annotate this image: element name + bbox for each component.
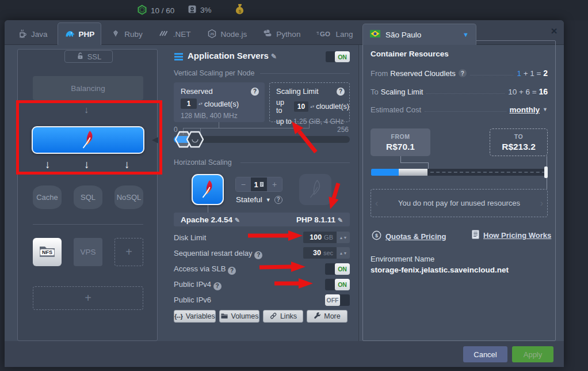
from-price: R$70.1 xyxy=(386,142,415,152)
help-icon[interactable]: ? xyxy=(459,69,467,77)
storage-usage: 3% xyxy=(188,5,212,16)
to-scaling-row: To Scaling Limit 10 + 6 = 16 xyxy=(371,87,548,96)
tab-label: Java xyxy=(31,30,48,39)
scaling-limit-input[interactable]: 10 xyxy=(294,101,309,112)
help-icon[interactable]: ? xyxy=(228,267,236,275)
more-button[interactable]: More xyxy=(307,310,348,323)
edit-icon[interactable]: ✎ xyxy=(338,217,343,224)
to-label: TO xyxy=(514,133,523,140)
tab-java[interactable]: Java xyxy=(12,24,54,44)
divider xyxy=(260,73,350,74)
ruby-icon xyxy=(111,29,120,40)
balancing-node[interactable]: Balancing xyxy=(33,76,143,100)
top-status-bar xyxy=(0,0,588,20)
stepper-arrows[interactable]: ▴▾ xyxy=(198,102,203,105)
help-icon[interactable]: ? xyxy=(337,88,345,96)
decrease-nodes-button[interactable]: − xyxy=(236,177,251,191)
button-label: More xyxy=(324,312,340,320)
node-count-value[interactable]: 1 xyxy=(251,177,268,191)
sql-node-slot[interactable]: SQL xyxy=(74,186,102,209)
dotted-leader xyxy=(426,93,505,94)
scaling-limit-unit: cloudlet(s) xyxy=(316,103,349,111)
php-version[interactable]: PHP 8.1.11 ✎ xyxy=(296,215,343,224)
price-bar-end-marker xyxy=(544,166,548,178)
chevron-down-icon[interactable]: ▼ xyxy=(543,107,548,112)
edit-icon[interactable]: ✎ xyxy=(271,52,277,60)
stepper-arrows[interactable]: ▴▾ xyxy=(310,105,314,108)
cancel-button[interactable]: Cancel xyxy=(463,346,507,362)
cache-node-slot[interactable]: Cache xyxy=(33,186,62,209)
disk-limit-label: Disk Limit xyxy=(174,233,206,242)
chevron-down-icon[interactable]: ▼ xyxy=(463,31,469,38)
disk-icon xyxy=(188,5,197,16)
dotnet-icon xyxy=(159,29,169,40)
reserved-detail: 128 MiB, 400 MHz xyxy=(174,109,265,120)
help-icon[interactable]: ? xyxy=(274,196,282,204)
apache-node-icon-box[interactable] xyxy=(192,174,224,205)
billing-period-dropdown[interactable]: monthly xyxy=(510,105,540,114)
layer-power-toggle[interactable]: ON xyxy=(326,51,350,62)
scaling-mode-dropdown[interactable]: Stateful ▼ ? xyxy=(236,195,282,204)
plus-icon: + xyxy=(85,292,91,305)
tab-label: Python xyxy=(276,30,300,39)
help-icon[interactable]: ? xyxy=(254,251,262,259)
restart-delay-input[interactable]: 30 sec xyxy=(303,247,337,259)
disk-limit-input[interactable]: 100 GB xyxy=(303,232,337,243)
tab-python[interactable]: Python xyxy=(257,24,307,44)
tab-php[interactable]: PHP xyxy=(58,22,102,45)
edit-icon[interactable]: ✎ xyxy=(235,217,240,224)
reserved-unit: cloudlet(s) xyxy=(204,100,239,108)
button-label: Links xyxy=(280,312,297,320)
divider xyxy=(33,224,143,225)
dollar-circle-icon: $ xyxy=(372,230,381,242)
ssl-lock-icon xyxy=(76,52,84,62)
vps-node-slot[interactable]: VPS xyxy=(74,238,102,266)
attach-chevron-icon: ◀ xyxy=(152,135,158,144)
stepper-buttons[interactable]: ▲▼ xyxy=(337,247,350,259)
add-layer-slot[interactable]: + xyxy=(33,286,143,310)
money-bag-icon: $ xyxy=(235,3,245,19)
increase-nodes-button[interactable]: + xyxy=(267,177,282,191)
ipv4-toggle[interactable]: ON xyxy=(325,279,350,290)
slider-handle-limit[interactable] xyxy=(186,130,204,150)
storage-usage-value: 3% xyxy=(200,6,212,14)
pricing-note-text: You do not pay for unused resources xyxy=(398,199,520,207)
help-icon[interactable]: ? xyxy=(251,88,259,96)
tab-ruby[interactable]: Ruby xyxy=(105,24,149,44)
python-icon xyxy=(263,29,272,40)
links-button[interactable]: Links xyxy=(263,310,303,323)
nosql-node-slot[interactable]: NoSQL xyxy=(114,186,143,209)
help-icon[interactable]: ? xyxy=(213,282,222,290)
tab-label: Node.js xyxy=(221,30,247,39)
from-label: FROM xyxy=(391,133,410,140)
estimated-cost-row: Estimated Cost monthly ▼ xyxy=(371,105,548,114)
volumes-button[interactable]: Volumes xyxy=(219,310,259,323)
flow-arrow-icon: ↓ xyxy=(45,159,51,170)
how-pricing-works-link[interactable]: How Pricing Works xyxy=(472,230,551,241)
apply-button[interactable]: Apply xyxy=(512,346,553,362)
tab-dotnet[interactable]: .NET xyxy=(152,24,197,44)
reserved-cloudlets-input[interactable]: 1 xyxy=(181,99,197,109)
ssl-toggle-chip[interactable]: SSL xyxy=(64,50,113,63)
toggle-state: ON xyxy=(335,51,350,62)
carousel-prev-icon[interactable]: ‹ xyxy=(375,198,378,209)
stepper-buttons[interactable]: ▲▼ xyxy=(337,232,350,243)
nfs-storage-node[interactable]: NFS xyxy=(33,238,62,266)
layer-menu-icon[interactable] xyxy=(174,53,183,60)
tab-golang[interactable]: GO Lang xyxy=(310,24,359,44)
apache-version[interactable]: Apache 2.4.54 ✎ xyxy=(181,215,240,224)
carousel-next-icon[interactable]: › xyxy=(540,198,543,209)
nfs-folder-icon: NFS xyxy=(39,244,56,260)
tab-nodejs[interactable]: JS Node.js xyxy=(201,24,254,44)
variables-button[interactable]: {--} Variables xyxy=(174,310,216,323)
apache-server-node[interactable] xyxy=(32,126,144,154)
slb-toggle[interactable]: ON xyxy=(325,263,350,275)
quotas-pricing-link[interactable]: $ Quotas & Pricing xyxy=(372,230,446,242)
ipv6-toggle[interactable]: OFF xyxy=(325,294,350,306)
ghost-node-slot[interactable] xyxy=(299,174,331,205)
add-node-slot[interactable]: + xyxy=(114,238,143,266)
cloudlet-usage: 10 / 60 xyxy=(137,5,174,17)
close-icon[interactable]: × xyxy=(548,25,560,37)
row-value-highlight: 1 xyxy=(517,69,521,78)
region-tab[interactable]: São Paulo ▼ xyxy=(362,24,476,45)
